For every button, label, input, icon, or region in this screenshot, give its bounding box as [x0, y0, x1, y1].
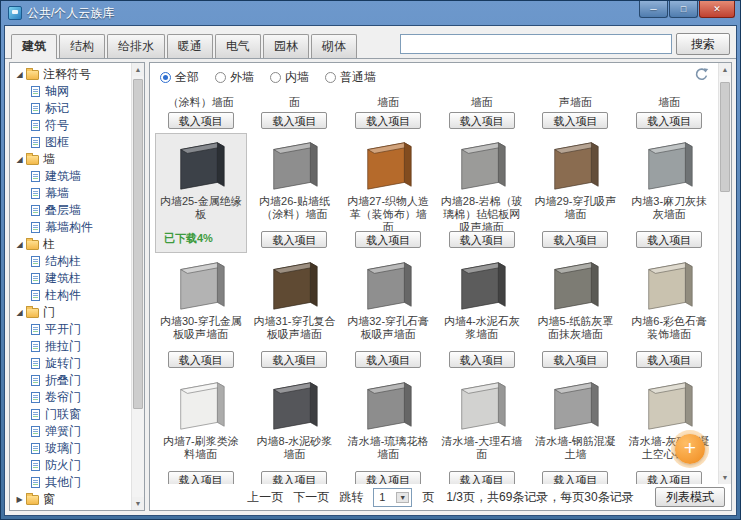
load-project-button[interactable]: 载入项目	[636, 351, 702, 368]
load-project-button[interactable]: 载入项目	[449, 231, 515, 248]
sidebar-scrollbar[interactable]: ▲ ▼	[131, 63, 144, 510]
scroll-up-icon[interactable]: ▲	[719, 63, 731, 76]
tab-电气[interactable]: 电气	[215, 34, 261, 58]
expanded-icon[interactable]: ◢	[14, 70, 25, 79]
sidebar-item[interactable]: 防火门	[14, 457, 129, 474]
sidebar-item[interactable]: 建筑墙	[14, 168, 129, 185]
filter-option-内墙[interactable]: 内墙	[270, 69, 309, 86]
grid-item-clipped[interactable]: （涂料）墙面载入项目	[155, 89, 247, 133]
sidebar-group[interactable]: ◢墙	[14, 151, 129, 168]
tab-给排水[interactable]: 给排水	[107, 34, 165, 58]
refresh-icon[interactable]	[694, 67, 709, 82]
sidebar-item[interactable]: 卷帘门	[14, 389, 129, 406]
tab-砌体[interactable]: 砌体	[311, 34, 357, 58]
load-project-button[interactable]: 载入项目	[168, 112, 234, 129]
list-mode-button[interactable]: 列表模式	[655, 487, 725, 507]
load-project-button[interactable]: 载入项目	[355, 471, 421, 484]
sidebar-item[interactable]: 标记	[14, 100, 129, 117]
tab-暖通[interactable]: 暖通	[167, 34, 213, 58]
scrollbar-thumb[interactable]	[133, 79, 143, 409]
sidebar-group[interactable]: ◢注释符号	[14, 66, 129, 83]
expanded-icon[interactable]: ◢	[14, 308, 25, 317]
load-project-button[interactable]: 载入项目	[449, 351, 515, 368]
close-button[interactable]: ✕	[699, 1, 735, 18]
load-project-button[interactable]: 载入项目	[355, 231, 421, 248]
grid-item[interactable]: 内墙6-彩色石膏装饰墙面载入项目	[623, 253, 715, 373]
sidebar-item[interactable]: 结构柱	[14, 253, 129, 270]
sidebar-item[interactable]: 轴网	[14, 83, 129, 100]
sidebar-group[interactable]: ◢门	[14, 304, 129, 321]
sidebar-item[interactable]: 叠层墙	[14, 202, 129, 219]
sidebar-item[interactable]: 幕墙	[14, 185, 129, 202]
grid-item[interactable]: 内墙32-穿孔石膏板吸声墙面载入项目	[342, 253, 434, 373]
grid-item[interactable]: 内墙7-刷浆类涂料墙面载入项目	[155, 373, 247, 484]
sidebar-item[interactable]: 玻璃门	[14, 440, 129, 457]
grid-item[interactable]: 清水墙-钢筋混凝土墙载入项目	[530, 373, 622, 484]
next-page-button[interactable]: 下一页	[293, 489, 329, 506]
sidebar-item[interactable]: 门联窗	[14, 406, 129, 423]
grid-item[interactable]: 清水墙-灰砂混凝土空心砖墙载入项目	[623, 373, 715, 484]
collapsed-icon[interactable]: ▶	[14, 495, 25, 504]
scrollbar-thumb[interactable]	[720, 82, 730, 192]
scroll-up-icon[interactable]: ▲	[132, 63, 144, 76]
load-project-button[interactable]: 载入项目	[261, 112, 327, 129]
sidebar-item[interactable]: 推拉门	[14, 338, 129, 355]
grid-item[interactable]: 内墙4-水泥石灰浆墙面载入项目	[436, 253, 528, 373]
load-project-button[interactable]: 载入项目	[449, 471, 515, 484]
scroll-down-icon[interactable]: ▼	[719, 471, 731, 484]
load-project-button[interactable]: 载入项目	[542, 351, 608, 368]
tab-结构[interactable]: 结构	[59, 34, 105, 58]
sidebar-item[interactable]: 平开门	[14, 321, 129, 338]
grid-item-clipped[interactable]: 面载入项目	[249, 89, 341, 133]
load-project-button[interactable]: 载入项目	[261, 351, 327, 368]
maximize-button[interactable]: □	[669, 1, 698, 18]
grid-item[interactable]: 清水墙-琉璃花格墙面载入项目	[342, 373, 434, 484]
sidebar-item[interactable]: 其他门	[14, 474, 129, 491]
grid-item[interactable]: 内墙5-纸筋灰罩面抹灰墙面载入项目	[530, 253, 622, 373]
load-project-button[interactable]: 载入项目	[542, 231, 608, 248]
prev-page-button[interactable]: 上一页	[247, 489, 283, 506]
filter-option-普通墙[interactable]: 普通墙	[325, 69, 376, 86]
grid-item-clipped[interactable]: 墙面载入项目	[623, 89, 715, 133]
sidebar-item[interactable]: 图框	[14, 134, 129, 151]
filter-option-全部[interactable]: 全部	[160, 69, 199, 86]
sidebar-item[interactable]: 建筑柱	[14, 270, 129, 287]
grid-item[interactable]: 内墙28-岩棉（玻璃棉）毡铝板网吸声墙面载入项目	[436, 133, 528, 253]
load-project-button[interactable]: 载入项目	[261, 471, 327, 484]
load-project-button[interactable]: 载入项目	[261, 231, 327, 248]
sidebar-group[interactable]: ▶窗	[14, 491, 129, 508]
grid-item[interactable]: 内墙29-穿孔吸声墙面载入项目	[530, 133, 622, 253]
page-select[interactable]: 1 ▼	[373, 488, 412, 507]
load-project-button[interactable]: 载入项目	[542, 471, 608, 484]
grid-item[interactable]: 清水墙-大理石墙面载入项目	[436, 373, 528, 484]
grid-item[interactable]: 内墙27-织物人造革（装饰布）墙面载入项目	[342, 133, 434, 253]
load-project-button[interactable]: 载入项目	[636, 231, 702, 248]
grid-item[interactable]: 内墙31-穿孔复合板吸声墙面载入项目	[249, 253, 341, 373]
grid-item[interactable]: 内墙30-穿孔金属板吸声墙面载入项目	[155, 253, 247, 373]
expanded-icon[interactable]: ◢	[14, 155, 25, 164]
filter-option-外墙[interactable]: 外墙	[215, 69, 254, 86]
load-project-button[interactable]: 载入项目	[355, 351, 421, 368]
grid-item-clipped[interactable]: 声墙面载入项目	[530, 89, 622, 133]
tab-园林[interactable]: 园林	[263, 34, 309, 58]
grid-item[interactable]: 内墙26-贴墙纸（涂料）墙面载入项目	[249, 133, 341, 253]
sidebar-item[interactable]: 折叠门	[14, 372, 129, 389]
sidebar-item[interactable]: 幕墙构件	[14, 219, 129, 236]
sidebar-item[interactable]: 柱构件	[14, 287, 129, 304]
load-project-button[interactable]: 载入项目	[542, 112, 608, 129]
tab-建筑[interactable]: 建筑	[11, 34, 57, 59]
grid-item[interactable]: 内墙8-水泥砂浆墙面载入项目	[249, 373, 341, 484]
search-button[interactable]: 搜索	[676, 33, 730, 55]
sidebar-item[interactable]: 符号	[14, 117, 129, 134]
load-project-button[interactable]: 载入项目	[636, 112, 702, 129]
load-project-button[interactable]: 载入项目	[449, 112, 515, 129]
grid-item-clipped[interactable]: 墙面载入项目	[342, 89, 434, 133]
load-project-button[interactable]: 载入项目	[168, 471, 234, 484]
load-project-button[interactable]: 载入项目	[636, 471, 702, 484]
search-input[interactable]	[400, 34, 672, 54]
sidebar-group[interactable]: ◢柱	[14, 236, 129, 253]
scroll-down-icon[interactable]: ▼	[132, 497, 144, 510]
grid-item[interactable]: 内墙25-金属绝缘板已下载4%	[155, 133, 247, 253]
grid-item[interactable]: 内墙3-麻刀灰抹灰墙面载入项目	[623, 133, 715, 253]
expanded-icon[interactable]: ◢	[14, 240, 25, 249]
